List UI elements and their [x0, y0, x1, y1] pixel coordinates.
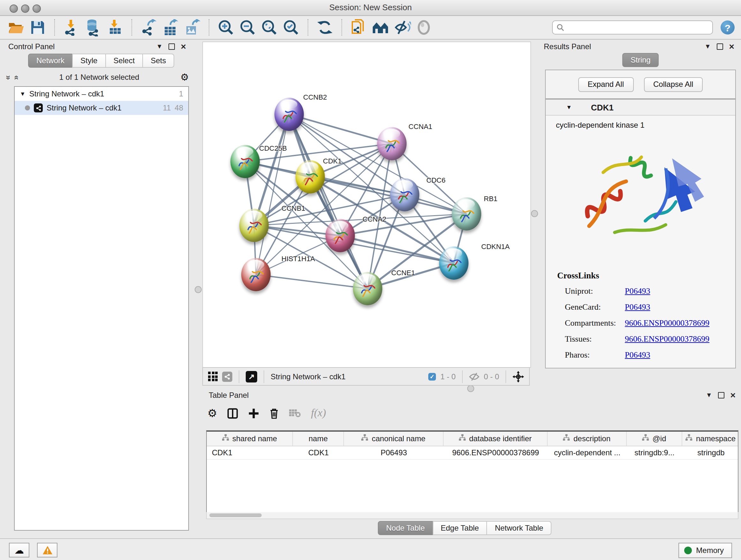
zoom-out-icon[interactable]	[238, 18, 257, 37]
network-edge[interactable]	[289, 114, 367, 289]
automation-button[interactable]: ☁	[9, 543, 29, 557]
tab-select[interactable]: Select	[105, 54, 143, 68]
expand-all-icon[interactable]: »	[11, 75, 21, 79]
import-database-icon[interactable]	[84, 18, 103, 37]
network-node-cdkn1a[interactable]	[439, 246, 468, 280]
network-edge[interactable]	[256, 114, 289, 274]
scrollbar-thumb[interactable]	[209, 513, 262, 517]
panel-float-icon[interactable]	[718, 392, 724, 398]
column-header-@id[interactable]: @id	[627, 432, 682, 446]
gear-icon[interactable]: ⚙	[180, 71, 189, 83]
tab-string[interactable]: String	[622, 53, 659, 67]
panel-close-icon[interactable]: ✕	[181, 44, 186, 50]
export-image-icon[interactable]	[183, 18, 202, 37]
network-collection-row[interactable]: ▼ String Network – cdk1 1	[15, 87, 188, 101]
share-view-icon[interactable]	[222, 371, 232, 381]
network-node-cdc6[interactable]	[390, 178, 419, 211]
panel-close-icon[interactable]: ✕	[730, 392, 736, 398]
crosslink-link[interactable]: 9606.ENSP00000378699	[625, 334, 710, 344]
tab-network[interactable]: Network	[28, 54, 73, 68]
memory-button[interactable]: Memory	[678, 543, 732, 558]
search-input[interactable]	[567, 23, 709, 32]
network-edge[interactable]	[254, 214, 467, 226]
crosslink-link[interactable]: 9606.ENSP00000378699	[625, 318, 710, 328]
network-edge[interactable]	[340, 236, 454, 263]
left-splitter-handle[interactable]	[195, 286, 202, 293]
column-header-database-identifier[interactable]: database identifier	[444, 432, 548, 446]
zoom-selected-icon[interactable]	[281, 18, 300, 37]
help-icon[interactable]: ?	[721, 20, 735, 35]
add-column-icon[interactable]	[249, 408, 259, 419]
table-cell[interactable]: CDK1	[293, 446, 344, 459]
collapse-all-button[interactable]: Collapse All	[644, 77, 703, 91]
delete-column-icon[interactable]	[270, 408, 279, 419]
show-columns-icon[interactable]	[227, 408, 239, 419]
search-field[interactable]	[552, 20, 713, 35]
network-node-cdk1[interactable]	[295, 160, 325, 193]
import-table-icon[interactable]	[105, 18, 125, 37]
network-node-cdc25b[interactable]	[230, 145, 260, 178]
column-header-canonical-name[interactable]: canonical name	[344, 432, 444, 446]
hide-panels-icon[interactable]	[393, 18, 412, 37]
network-edge[interactable]	[289, 114, 392, 144]
column-header-name[interactable]: name	[293, 432, 344, 446]
node-table[interactable]: shared namenamecanonical namedatabase id…	[206, 430, 738, 513]
zoom-in-icon[interactable]	[216, 18, 235, 37]
gene-section-header[interactable]: ▼ CDK1	[546, 100, 735, 116]
column-header-namespace[interactable]: namespace	[682, 432, 738, 446]
detach-view-icon[interactable]: ↗	[246, 371, 257, 382]
export-network-icon[interactable]	[139, 18, 158, 37]
table-settings-icon[interactable]: ⚙	[207, 407, 217, 420]
grid-view-icon[interactable]	[208, 372, 218, 381]
table-row[interactable]: CDK1CDK1P064939606.ENSP00000378699cyclin…	[207, 446, 738, 460]
table-cell[interactable]: cyclin-dependent ...	[548, 446, 627, 459]
panel-float-icon[interactable]	[169, 44, 175, 50]
network-row[interactable]: String Network – cdk1 11 48	[15, 101, 188, 115]
network-edge[interactable]	[245, 162, 405, 195]
panel-minimize-icon[interactable]: ▼	[156, 44, 163, 50]
clone-network-icon[interactable]	[349, 18, 368, 37]
tab-node-table[interactable]: Node Table	[378, 521, 433, 535]
panel-close-icon[interactable]: ✕	[729, 44, 735, 50]
import-network-icon[interactable]	[62, 18, 81, 37]
table-cell[interactable]: stringdb:9...	[627, 446, 682, 459]
tab-style[interactable]: Style	[72, 54, 106, 68]
network-node-ccnb2[interactable]	[274, 98, 304, 131]
refresh-icon[interactable]	[315, 18, 334, 37]
network-node-ccna2[interactable]	[326, 219, 355, 252]
table-cell[interactable]: CDK1	[207, 446, 293, 459]
column-header-description[interactable]: description	[548, 432, 627, 446]
network-edge[interactable]	[256, 274, 367, 289]
network-canvas[interactable]: CCNB2 CCNA1 CDC25B CDK1 CDC6	[202, 42, 531, 368]
tree-expander-icon[interactable]: ▼	[20, 91, 25, 97]
notifications-button[interactable]	[37, 543, 57, 557]
tab-network-table[interactable]: Network Table	[487, 521, 552, 535]
network-node-ccnb1[interactable]	[239, 209, 269, 242]
crosslink-link[interactable]: P06493	[625, 286, 650, 296]
panel-minimize-icon[interactable]: ▼	[704, 44, 711, 50]
selected-checkbox-icon[interactable]: ✓	[428, 373, 436, 380]
panel-float-icon[interactable]	[717, 44, 723, 50]
crosslink-link[interactable]: P06493	[625, 302, 650, 312]
open-session-icon[interactable]	[6, 18, 25, 37]
panel-minimize-icon[interactable]: ▼	[706, 392, 712, 398]
column-header-shared-name[interactable]: shared name	[207, 432, 293, 446]
expand-all-button[interactable]: Expand All	[578, 77, 633, 91]
right-splitter-handle[interactable]	[531, 210, 538, 217]
table-cell[interactable]: P06493	[344, 446, 444, 459]
birdseye-icon[interactable]	[371, 18, 390, 37]
table-cell[interactable]: 9606.ENSP00000378699	[444, 446, 548, 459]
network-node-rb1[interactable]	[452, 197, 481, 231]
save-session-icon[interactable]	[28, 18, 47, 37]
tab-edge-table[interactable]: Edge Table	[432, 521, 487, 535]
fit-content-icon[interactable]	[260, 18, 279, 37]
network-edge[interactable]	[340, 214, 467, 236]
network-node-ccne1[interactable]	[353, 272, 382, 305]
crosslink-link[interactable]: P06493	[625, 350, 650, 360]
tab-sets[interactable]: Sets	[142, 54, 174, 68]
table-horizontal-scrollbar[interactable]	[206, 512, 738, 519]
section-expander-icon[interactable]: ▼	[566, 104, 572, 111]
birdseye-nav-icon[interactable]	[513, 371, 524, 382]
table-cell[interactable]: stringdb	[682, 446, 738, 459]
network-node-hist1h1a[interactable]	[241, 258, 271, 291]
